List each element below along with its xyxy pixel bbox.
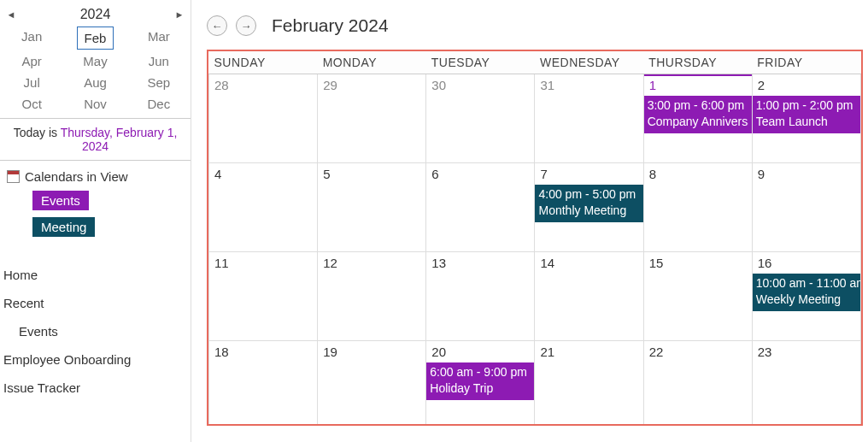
day-number: 12 bbox=[318, 252, 425, 274]
months-grid: JanFebMarAprMayJunJulAugSepOctNovDec bbox=[0, 26, 191, 115]
prev-year-button[interactable]: ◄ bbox=[0, 9, 22, 20]
month-jul[interactable]: Jul bbox=[0, 72, 63, 93]
day-cell[interactable]: 18 bbox=[209, 341, 318, 427]
event-title: Company Anniversary bbox=[648, 114, 748, 130]
month-feb[interactable]: Feb bbox=[77, 27, 113, 50]
day-cell[interactable]: 74:00 pm - 5:00 pmMonthly Meeting bbox=[535, 163, 643, 252]
calendar-grid: SUNDAYMONDAYTUESDAYWEDNESDAYTHURSDAYFRID… bbox=[208, 51, 861, 426]
day-cell[interactable]: 12 bbox=[318, 252, 426, 341]
day-cell[interactable]: 206:00 am - 9:00 pmHoliday Trip bbox=[426, 341, 535, 427]
month-apr[interactable]: Apr bbox=[0, 50, 63, 72]
next-year-button[interactable]: ► bbox=[168, 9, 191, 20]
main: ← → February 2024 SUNDAYMONDAYTUESDAYWED… bbox=[191, 0, 868, 442]
day-number: 20 bbox=[426, 341, 534, 362]
day-cell[interactable]: 28 bbox=[209, 74, 318, 163]
nav-recent[interactable]: Recent bbox=[0, 289, 191, 317]
month-sep[interactable]: Sep bbox=[127, 72, 191, 93]
tag-meeting[interactable]: Meeting bbox=[32, 217, 95, 237]
month-may[interactable]: May bbox=[63, 50, 126, 72]
day-number: 9 bbox=[753, 163, 860, 185]
calendar-event[interactable]: 1:00 pm - 2:00 pmTeam Launch bbox=[753, 96, 860, 133]
day-number: 19 bbox=[318, 341, 425, 362]
calendar-header-row: SUNDAYMONDAYTUESDAYWEDNESDAYTHURSDAYFRID… bbox=[209, 51, 861, 74]
today-line: Today is Thursday, February 1, 2024 bbox=[0, 119, 191, 161]
nav-home[interactable]: Home bbox=[0, 261, 191, 289]
day-cell[interactable]: 15 bbox=[643, 252, 752, 341]
day-number: 5 bbox=[318, 163, 425, 185]
day-cell[interactable]: 14 bbox=[535, 252, 643, 341]
day-cell[interactable]: 6 bbox=[426, 163, 535, 252]
day-cell[interactable]: 8 bbox=[643, 163, 752, 252]
day-cell[interactable]: 21 bbox=[535, 341, 643, 427]
calendar-week-row: 1819206:00 am - 9:00 pmHoliday Trip21222… bbox=[209, 341, 861, 427]
day-cell[interactable]: 9 bbox=[752, 163, 860, 252]
weekday-header: SUNDAY bbox=[209, 51, 318, 74]
month-aug[interactable]: Aug bbox=[63, 72, 126, 93]
today-date[interactable]: Thursday, February 1, 2024 bbox=[61, 126, 178, 153]
month-mar[interactable]: Mar bbox=[127, 26, 191, 50]
day-cell[interactable]: 19 bbox=[318, 341, 426, 427]
day-cell[interactable]: 4 bbox=[209, 163, 318, 252]
event-time: 4:00 pm - 5:00 pm bbox=[538, 187, 636, 201]
weekday-header: MONDAY bbox=[318, 51, 426, 74]
month-jan[interactable]: Jan bbox=[0, 26, 63, 50]
nav-events[interactable]: Events bbox=[0, 317, 191, 345]
today-prefix: Today is bbox=[14, 126, 61, 139]
nav-list: Home Recent Events Employee Onboarding I… bbox=[0, 261, 191, 402]
weekday-header: WEDNESDAY bbox=[535, 51, 643, 74]
day-number: 31 bbox=[535, 74, 642, 96]
event-title: Holiday Trip bbox=[430, 380, 531, 397]
calendar-event[interactable]: 6:00 am - 9:00 pmHoliday Trip bbox=[426, 362, 534, 400]
calendar-event[interactable]: 3:00 pm - 6:00 pmCompany Anniversary bbox=[644, 96, 752, 133]
calendar-week-row: 45674:00 pm - 5:00 pmMonthly Meeting89 bbox=[209, 163, 861, 252]
month-oct[interactable]: Oct bbox=[0, 93, 63, 115]
month-dec[interactable]: Dec bbox=[127, 93, 191, 115]
event-time: 6:00 am - 9:00 pm bbox=[430, 365, 527, 379]
weekday-header: THURSDAY bbox=[643, 51, 752, 74]
calendar-icon bbox=[7, 170, 20, 183]
day-number: 4 bbox=[209, 163, 317, 185]
day-cell[interactable]: 5 bbox=[318, 163, 426, 252]
day-cell[interactable]: 30 bbox=[426, 74, 535, 163]
day-number: 16 bbox=[753, 252, 860, 274]
event-time: 3:00 pm - 6:00 pm bbox=[648, 98, 745, 112]
day-cell[interactable]: 29 bbox=[318, 74, 426, 163]
day-number: 30 bbox=[426, 74, 534, 96]
sidebar: ◄ 2024 ► JanFebMarAprMayJunJulAugSepOctN… bbox=[0, 0, 191, 442]
day-cell[interactable]: 13 bbox=[426, 252, 535, 341]
calendars-in-view-label: Calendars in View bbox=[25, 169, 128, 184]
day-number: 14 bbox=[535, 252, 642, 274]
day-number: 2 bbox=[753, 74, 860, 96]
event-time: 1:00 pm - 2:00 pm bbox=[756, 98, 853, 112]
day-number: 13 bbox=[426, 252, 534, 274]
next-month-button[interactable]: → bbox=[236, 15, 256, 36]
weekday-header: TUESDAY bbox=[426, 51, 535, 74]
year-picker: ◄ 2024 ► JanFebMarAprMayJunJulAugSepOctN… bbox=[0, 0, 191, 119]
day-cell[interactable]: 21:00 pm - 2:00 pmTeam Launch bbox=[752, 74, 860, 163]
calendar-highlight-frame: SUNDAYMONDAYTUESDAYWEDNESDAYTHURSDAYFRID… bbox=[207, 50, 863, 426]
day-number: 29 bbox=[318, 74, 425, 96]
calendar-event[interactable]: 10:00 am - 11:00 amWeekly Meeting bbox=[753, 274, 860, 311]
calendar-toolbar: ← → February 2024 bbox=[207, 9, 863, 43]
day-number: 8 bbox=[644, 163, 752, 185]
day-cell[interactable]: 1610:00 am - 11:00 amWeekly Meeting bbox=[752, 252, 860, 341]
nav-issue-tracker[interactable]: Issue Tracker bbox=[0, 374, 191, 402]
day-number: 6 bbox=[426, 163, 534, 185]
nav-employee-onboarding[interactable]: Employee Onboarding bbox=[0, 345, 191, 374]
event-title: Weekly Meeting bbox=[756, 292, 857, 308]
tag-events[interactable]: Events bbox=[32, 191, 89, 210]
day-cell[interactable]: 22 bbox=[643, 341, 752, 427]
month-title: February 2024 bbox=[272, 15, 389, 36]
day-cell[interactable]: 31 bbox=[535, 74, 643, 163]
day-number: 28 bbox=[209, 74, 317, 96]
day-cell[interactable]: 11 bbox=[209, 252, 318, 341]
weekday-header: FRIDAY bbox=[752, 51, 860, 74]
calendar-event[interactable]: 4:00 pm - 5:00 pmMonthly Meeting bbox=[535, 185, 642, 222]
day-cell[interactable]: 23 bbox=[752, 341, 860, 427]
day-number: 23 bbox=[753, 341, 860, 362]
calendar-week-row: 11121314151610:00 am - 11:00 amWeekly Me… bbox=[209, 252, 861, 341]
month-nov[interactable]: Nov bbox=[63, 93, 126, 115]
prev-month-button[interactable]: ← bbox=[207, 15, 227, 36]
day-cell[interactable]: 13:00 pm - 6:00 pmCompany Anniversary bbox=[643, 74, 752, 163]
month-jun[interactable]: Jun bbox=[127, 50, 191, 72]
